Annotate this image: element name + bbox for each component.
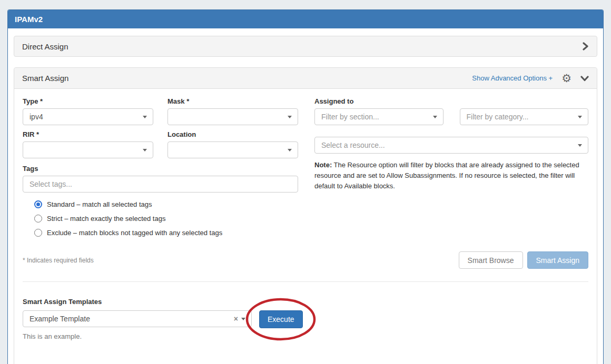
tags-input[interactable]: Select tags... — [23, 176, 298, 193]
type-select[interactable]: ipv4 — [23, 108, 153, 125]
mask-select[interactable] — [167, 108, 298, 125]
smart-assign-header[interactable]: Smart Assign Show Advanced Options + ⚙︎ — [14, 68, 597, 89]
templates-section: Smart Assign Templates Example Template … — [23, 298, 588, 340]
filter-category-placeholder: Filter by category... — [467, 113, 529, 121]
radio-strict-input[interactable] — [34, 215, 42, 223]
clear-icon[interactable]: × — [234, 315, 238, 322]
ipam-panel-body: Direct Assign Smart Assign Show Advanced… — [8, 28, 603, 364]
smart-assign-button[interactable]: Smart Assign — [527, 251, 588, 269]
resource-placeholder: Select a resource... — [321, 141, 385, 149]
filter-section-select[interactable]: Filter by section... — [314, 108, 444, 125]
resource-note-prefix: Note: — [314, 161, 332, 169]
resource-note-text: The Resource option will filter by block… — [314, 161, 579, 190]
execute-button-area: Execute — [259, 310, 303, 328]
page-title: IPAMv2 — [15, 15, 43, 24]
section-divider — [23, 281, 588, 282]
templates-label: Smart Assign Templates — [23, 298, 588, 306]
required-fields-note: * Indicates required fields — [23, 257, 94, 264]
filter-category-select[interactable]: Filter by category... — [460, 108, 589, 125]
template-select-value: Example Template — [29, 315, 90, 323]
direct-assign-header[interactable]: Direct Assign — [14, 36, 597, 57]
radio-strict[interactable]: Strict – match exactly the selected tags — [34, 215, 298, 223]
rir-select[interactable] — [23, 141, 153, 158]
filter-section-placeholder: Filter by section... — [321, 113, 379, 121]
chevron-down-icon[interactable] — [580, 75, 589, 82]
template-helper-text: This is an example. — [23, 332, 588, 340]
assigned-to-label: Assigned to — [314, 97, 588, 105]
gear-icon[interactable]: ⚙︎ — [561, 73, 571, 84]
ipam-panel-header: IPAMv2 — [8, 10, 603, 28]
radio-exclude-input[interactable] — [34, 229, 42, 237]
type-select-value: ipv4 — [29, 113, 43, 121]
ipam-panel: IPAMv2 Direct Assign Smart Assign Show A… — [7, 9, 604, 364]
radio-standard[interactable]: Standard – match all selected tags — [34, 200, 298, 208]
show-advanced-options-link[interactable]: Show Advanced Options + — [472, 74, 553, 82]
execute-button[interactable]: Execute — [259, 310, 303, 328]
radio-exclude-label: Exclude – match blocks not tagged with a… — [47, 229, 222, 237]
tags-label: Tags — [23, 165, 298, 173]
tag-match-radio-group: Standard – match all selected tags Stric… — [34, 200, 298, 237]
mask-label: Mask * — [167, 97, 298, 105]
resource-note: Note: The Resource option will filter by… — [314, 160, 588, 191]
radio-exclude[interactable]: Exclude – match blocks not tagged with a… — [34, 229, 298, 237]
radio-standard-input[interactable] — [34, 200, 42, 208]
smart-browse-button[interactable]: Smart Browse — [459, 251, 523, 269]
template-select[interactable]: Example Template × — [23, 310, 252, 327]
direct-assign-title: Direct Assign — [22, 42, 68, 51]
rir-label: RIR * — [23, 130, 153, 138]
radio-standard-label: Standard – match all selected tags — [47, 200, 152, 208]
type-label: Type * — [23, 97, 153, 105]
smart-assign-title: Smart Assign — [22, 74, 68, 83]
resource-select[interactable]: Select a resource... — [314, 137, 588, 154]
smart-assign-body: Type * ipv4 Mask * — [14, 89, 597, 364]
smart-assign-panel: Smart Assign Show Advanced Options + ⚙︎ … — [14, 67, 597, 364]
radio-strict-label: Strict – match exactly the selected tags — [47, 215, 165, 223]
tags-placeholder: Select tags... — [29, 180, 72, 188]
location-label: Location — [167, 130, 298, 138]
location-select[interactable] — [167, 141, 298, 158]
chevron-right-icon[interactable] — [582, 42, 589, 50]
